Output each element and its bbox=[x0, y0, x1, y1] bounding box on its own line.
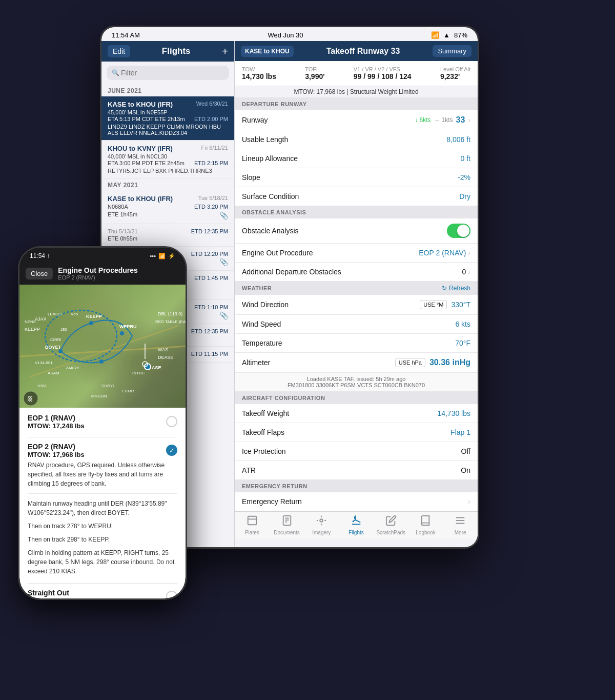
flight-item-kase-khou-selected[interactable]: KASE to KHOU (IFR) Wed 6/30/21 45,000' M… bbox=[101, 96, 234, 141]
svg-point-16 bbox=[58, 349, 63, 353]
svg-point-14 bbox=[120, 331, 124, 335]
tab-more[interactable]: More bbox=[443, 515, 478, 535]
svg-text:⛓: ⛓ bbox=[27, 395, 33, 403]
svg-point-6 bbox=[320, 519, 323, 522]
crosswind-badge: → 1kts bbox=[434, 116, 453, 124]
weather-taf: Loaded KASE TAF, issued: 5h 29m ago FM30… bbox=[235, 373, 478, 392]
eop-item-2[interactable]: EOP 2 (RNAV) MTOW: 17,968 lbs RNAV proce… bbox=[28, 443, 177, 576]
eop-separator-inner bbox=[28, 493, 177, 494]
summary-button[interactable]: Summary bbox=[433, 45, 471, 57]
eop2-radio[interactable] bbox=[166, 445, 177, 456]
detail-panel: KASE to KHOU Takeoff Runway 33 Summary T… bbox=[235, 41, 478, 547]
flight-item-may-2[interactable]: Thu 5/13/21 ETD 12:35 PM ETE 0h55m bbox=[101, 224, 234, 247]
tab-plates[interactable]: Plates bbox=[235, 515, 270, 535]
svg-text:RED TABLE (EAGLE): RED TABLE (EAGLE) bbox=[155, 319, 186, 324]
obstacle-analysis-row[interactable]: Obstacle Analysis bbox=[235, 218, 478, 244]
lineup-row[interactable]: Lineup Allowance 0 ft bbox=[235, 149, 478, 168]
ice-protection-row[interactable]: Ice Protection Off bbox=[235, 442, 478, 461]
eop-subtitle: EOP 2 (RNAV) bbox=[58, 274, 138, 281]
wind-speed-value: 6 kts bbox=[455, 320, 470, 328]
runway-row[interactable]: Runway ↓ 6kts → 1kts 33 › bbox=[235, 110, 478, 130]
takeoff-weight-row[interactable]: Takeoff Weight 14,730 lbs bbox=[235, 404, 478, 423]
eop2-instruction-2: Then on track 278° to WEPRU. bbox=[28, 522, 177, 531]
temperature-label: Temperature bbox=[242, 339, 282, 347]
tab-imagery[interactable]: Imagery bbox=[304, 515, 339, 535]
eop-title: Engine Out Procedures bbox=[58, 266, 138, 274]
eop-item-straight[interactable]: Straight Out MTOW: 15,407 lbs bbox=[28, 589, 177, 598]
svg-text:LEXCO: LEXCO bbox=[48, 312, 61, 316]
usable-length-row[interactable]: Usable Length 8,006 ft bbox=[235, 130, 478, 149]
eop-straight-radio[interactable] bbox=[166, 591, 177, 598]
surface-row[interactable]: Surface Condition Dry bbox=[235, 187, 478, 206]
additional-label: Additional Departure Obstacles bbox=[242, 268, 341, 276]
tab-scratchpads[interactable]: ScratchPads bbox=[374, 515, 408, 535]
phone: 11:54 ↑ ••• 📶 ⚡ Close Engine Out Procedu… bbox=[18, 246, 187, 600]
detail-header: KASE to KHOU Takeoff Runway 33 Summary bbox=[235, 41, 478, 61]
surface-value: Dry bbox=[459, 192, 470, 201]
flight-alt-2: 40,000' MSL in N0CL30 bbox=[108, 153, 228, 159]
eop-row[interactable]: Engine Out Procedure EOP 2 (RNAV) › bbox=[235, 244, 478, 263]
atr-row[interactable]: ATR On bbox=[235, 461, 478, 480]
tow-label: TOW bbox=[242, 66, 276, 72]
svg-text:ASE: ASE bbox=[152, 365, 161, 370]
emergency-return-label: Emergency Return bbox=[242, 497, 302, 506]
tab-logbook[interactable]: Logbook bbox=[408, 515, 443, 535]
close-button[interactable]: Close bbox=[26, 268, 53, 279]
eop1-name: EOP 1 (RNAV) bbox=[28, 414, 85, 422]
tab-documents[interactable]: Documents bbox=[270, 515, 304, 535]
runway-chevron-icon: › bbox=[468, 116, 470, 124]
departure-runway-header: DEPARTURE RUNWAY bbox=[235, 98, 478, 110]
additional-value: 0 bbox=[462, 268, 466, 276]
svg-text:DEASE: DEASE bbox=[158, 355, 174, 360]
filter-input[interactable] bbox=[107, 66, 229, 80]
eop-item-1[interactable]: EOP 1 (RNAV) MTOW: 17,248 lbs bbox=[28, 414, 177, 430]
wind-direction-row[interactable]: Wind Direction USE °M 330°T bbox=[235, 295, 478, 315]
atr-value: On bbox=[461, 466, 470, 474]
vspeeds-label: V1 / VR / V2 / VFS bbox=[354, 66, 412, 72]
scratchpads-label: ScratchPads bbox=[376, 530, 405, 535]
flight-etd-apr: ETD 1:10 PM bbox=[194, 304, 228, 310]
flight-eta-1: ETA 5:13 PM CDT ETE 2h13m bbox=[108, 116, 185, 122]
tab-flights[interactable]: Flights bbox=[339, 515, 374, 535]
altimeter-label: Altimeter bbox=[242, 358, 270, 367]
weather-title: WEATHER bbox=[242, 285, 272, 291]
usable-length-label: Usable Length bbox=[242, 135, 288, 144]
slope-row[interactable]: Slope -2% bbox=[235, 168, 478, 187]
eop2-instruction-4: Climb in holding pattern at KEEPP, RIGHT… bbox=[28, 548, 177, 576]
wind-speed-row[interactable]: Wind Speed 6 kts bbox=[235, 315, 478, 334]
flight-item-may-1[interactable]: KASE to KHOU (IFR) Tue 5/18/21 N0680A ET… bbox=[101, 191, 234, 224]
svg-text:INTRC: INTRC bbox=[132, 371, 145, 375]
emergency-return-chevron-icon: › bbox=[468, 497, 470, 506]
edit-button[interactable]: Edit bbox=[108, 45, 130, 57]
svg-text:KEEPP: KEEPP bbox=[86, 314, 102, 319]
svg-text:DBL (113.0): DBL (113.0) bbox=[158, 311, 182, 316]
refresh-button[interactable]: ↻ Refresh bbox=[442, 285, 470, 292]
eop1-radio[interactable] bbox=[166, 416, 177, 427]
svg-text:V134-591: V134-591 bbox=[35, 361, 53, 365]
documents-label: Documents bbox=[274, 530, 300, 535]
imagery-icon bbox=[316, 515, 327, 529]
eop2-desc: RNAV procedure, GPS required. Unless oth… bbox=[28, 461, 177, 488]
altimeter-row[interactable]: Altimeter USE hPa 30.36 inHg bbox=[235, 353, 478, 373]
eop2-instruction-3: Then on track 298° to KEEPP. bbox=[28, 535, 177, 544]
temperature-row[interactable]: Temperature 70°F bbox=[235, 334, 478, 353]
flight-alt-may1: N0680A bbox=[108, 204, 128, 210]
svg-point-13 bbox=[89, 321, 93, 325]
use-m-button[interactable]: USE °M bbox=[420, 300, 447, 309]
logbook-icon bbox=[420, 515, 431, 529]
flight-item-khou-kvny[interactable]: KHOU to KVNY (IFR) Fri 6/11/21 40,000' M… bbox=[101, 141, 234, 178]
tofl-value: 3,990' bbox=[305, 72, 324, 81]
mtow-bar: MTOW: 17,968 lbs | Structural Weight Lim… bbox=[235, 86, 478, 98]
add-flight-button[interactable]: + bbox=[222, 46, 228, 57]
emergency-return-row[interactable]: Emergency Return › bbox=[235, 492, 478, 511]
svg-text:NENE: NENE bbox=[25, 319, 36, 324]
obstacle-toggle[interactable] bbox=[447, 224, 470, 238]
svg-text:AJAX: AJAX bbox=[35, 316, 47, 322]
takeoff-flaps-row[interactable]: Takeoff Flaps Flap 1 bbox=[235, 423, 478, 442]
takeoff-title: Takeoff Runway 33 bbox=[294, 47, 433, 56]
use-hpa-button[interactable]: USE hPa bbox=[395, 358, 425, 367]
takeoff-weight-value: 14,730 lbs bbox=[437, 409, 470, 417]
additional-obstacles-row[interactable]: Additional Departure Obstacles 0 › bbox=[235, 263, 478, 282]
wind-direction-value: 330°T bbox=[451, 301, 470, 309]
flight-etd-2: ETD 2:15 PM bbox=[194, 160, 228, 166]
